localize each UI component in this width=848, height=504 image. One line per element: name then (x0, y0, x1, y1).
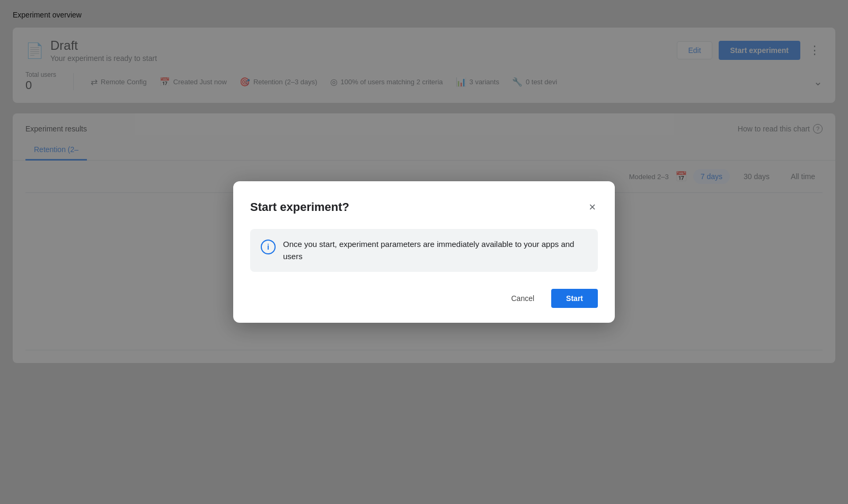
info-icon: i (261, 240, 276, 254)
modal-close-button[interactable]: × (587, 198, 598, 216)
modal-overlay: Start experiment? × i Once you start, ex… (0, 0, 848, 504)
cancel-button[interactable]: Cancel (503, 289, 543, 308)
modal-info-text: Once you start, experiment parameters ar… (283, 238, 587, 262)
modal-title: Start experiment? (250, 200, 349, 214)
start-experiment-modal: Start experiment? × i Once you start, ex… (233, 181, 615, 323)
start-button[interactable]: Start (551, 289, 598, 308)
modal-info-box: i Once you start, experiment parameters … (250, 229, 598, 272)
